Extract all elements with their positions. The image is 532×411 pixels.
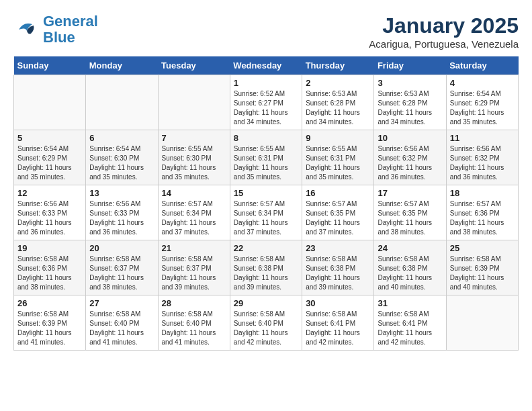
calendar-cell: 7Sunrise: 6:55 AMSunset: 6:30 PMDaylight… xyxy=(158,130,230,185)
day-number: 24 xyxy=(378,243,442,253)
day-number: 23 xyxy=(306,243,370,253)
day-info: Sunrise: 6:57 AMSunset: 6:34 PMDaylight:… xyxy=(162,199,226,237)
day-number: 17 xyxy=(378,188,442,198)
day-number: 27 xyxy=(89,298,154,308)
calendar-cell: 23Sunrise: 6:58 AMSunset: 6:38 PMDayligh… xyxy=(302,240,374,295)
calendar-cell: 9Sunrise: 6:55 AMSunset: 6:31 PMDaylight… xyxy=(302,130,374,185)
calendar-cell: 12Sunrise: 6:56 AMSunset: 6:33 PMDayligh… xyxy=(14,185,86,240)
day-info: Sunrise: 6:58 AMSunset: 6:41 PMDaylight:… xyxy=(306,310,370,347)
logo-text: General Blue xyxy=(43,13,98,46)
calendar-cell xyxy=(158,75,230,130)
day-number: 26 xyxy=(17,298,82,308)
day-info: Sunrise: 6:53 AMSunset: 6:28 PMDaylight:… xyxy=(306,89,370,127)
calendar-cell: 28Sunrise: 6:58 AMSunset: 6:40 PMDayligh… xyxy=(158,295,230,351)
calendar-cell: 25Sunrise: 6:58 AMSunset: 6:39 PMDayligh… xyxy=(446,240,518,295)
day-info: Sunrise: 6:55 AMSunset: 6:30 PMDaylight:… xyxy=(162,144,226,182)
column-header-tuesday: Tuesday xyxy=(158,56,230,75)
calendar-cell: 31Sunrise: 6:58 AMSunset: 6:41 PMDayligh… xyxy=(374,295,446,351)
day-number: 2 xyxy=(306,78,370,88)
day-info: Sunrise: 6:58 AMSunset: 6:37 PMDaylight:… xyxy=(89,255,154,292)
calendar-cell: 30Sunrise: 6:58 AMSunset: 6:41 PMDayligh… xyxy=(302,295,374,351)
column-header-wednesday: Wednesday xyxy=(230,56,302,75)
day-number: 3 xyxy=(378,78,442,88)
day-number: 16 xyxy=(306,188,370,198)
calendar-cell: 14Sunrise: 6:57 AMSunset: 6:34 PMDayligh… xyxy=(158,185,230,240)
calendar-cell: 27Sunrise: 6:58 AMSunset: 6:40 PMDayligh… xyxy=(86,295,158,351)
calendar-cell: 13Sunrise: 6:56 AMSunset: 6:33 PMDayligh… xyxy=(86,185,158,240)
day-info: Sunrise: 6:58 AMSunset: 6:41 PMDaylight:… xyxy=(378,310,442,347)
page-header: General Blue January 2025 Acarigua, Port… xyxy=(13,13,519,50)
day-info: Sunrise: 6:54 AMSunset: 6:29 PMDaylight:… xyxy=(450,89,515,127)
day-info: Sunrise: 6:58 AMSunset: 6:40 PMDaylight:… xyxy=(89,310,154,347)
logo-general: General xyxy=(43,13,98,30)
day-number: 1 xyxy=(234,78,298,88)
calendar-table: SundayMondayTuesdayWednesdayThursdayFrid… xyxy=(13,56,519,351)
day-number: 28 xyxy=(162,298,226,308)
day-number: 21 xyxy=(162,243,226,253)
day-number: 25 xyxy=(450,243,515,253)
day-number: 8 xyxy=(234,133,298,143)
calendar-cell: 5Sunrise: 6:54 AMSunset: 6:29 PMDaylight… xyxy=(14,130,86,185)
day-number: 14 xyxy=(162,188,226,198)
calendar-week-row: 19Sunrise: 6:58 AMSunset: 6:36 PMDayligh… xyxy=(14,240,519,295)
column-header-saturday: Saturday xyxy=(446,56,518,75)
calendar-cell: 17Sunrise: 6:57 AMSunset: 6:35 PMDayligh… xyxy=(374,185,446,240)
calendar-week-row: 5Sunrise: 6:54 AMSunset: 6:29 PMDaylight… xyxy=(14,130,519,185)
calendar-cell: 3Sunrise: 6:53 AMSunset: 6:28 PMDaylight… xyxy=(374,75,446,130)
column-header-sunday: Sunday xyxy=(14,56,86,75)
day-number: 29 xyxy=(234,298,298,308)
day-info: Sunrise: 6:58 AMSunset: 6:40 PMDaylight:… xyxy=(162,310,226,347)
day-info: Sunrise: 6:58 AMSunset: 6:38 PMDaylight:… xyxy=(234,255,298,292)
column-header-friday: Friday xyxy=(374,56,446,75)
column-header-monday: Monday xyxy=(86,56,158,75)
day-number: 18 xyxy=(450,188,515,198)
month-title: January 2025 xyxy=(369,13,519,38)
day-info: Sunrise: 6:57 AMSunset: 6:34 PMDaylight:… xyxy=(234,199,298,237)
calendar-cell: 16Sunrise: 6:57 AMSunset: 6:35 PMDayligh… xyxy=(302,185,374,240)
calendar-cell xyxy=(14,75,86,130)
logo: General Blue xyxy=(13,13,98,46)
calendar-cell xyxy=(86,75,158,130)
day-info: Sunrise: 6:58 AMSunset: 6:39 PMDaylight:… xyxy=(17,310,82,347)
calendar-cell: 1Sunrise: 6:52 AMSunset: 6:27 PMDaylight… xyxy=(230,75,302,130)
calendar-cell xyxy=(446,295,518,351)
calendar-cell: 29Sunrise: 6:58 AMSunset: 6:40 PMDayligh… xyxy=(230,295,302,351)
day-info: Sunrise: 6:56 AMSunset: 6:33 PMDaylight:… xyxy=(17,199,82,237)
day-info: Sunrise: 6:54 AMSunset: 6:29 PMDaylight:… xyxy=(17,144,82,182)
calendar-cell: 20Sunrise: 6:58 AMSunset: 6:37 PMDayligh… xyxy=(86,240,158,295)
calendar-cell: 2Sunrise: 6:53 AMSunset: 6:28 PMDaylight… xyxy=(302,75,374,130)
calendar-header-row: SundayMondayTuesdayWednesdayThursdayFrid… xyxy=(14,56,519,75)
day-info: Sunrise: 6:58 AMSunset: 6:40 PMDaylight:… xyxy=(234,310,298,347)
day-number: 9 xyxy=(306,133,370,143)
logo-icon xyxy=(13,16,40,43)
location: Acarigua, Portuguesa, Venezuela xyxy=(369,38,519,50)
day-number: 13 xyxy=(89,188,154,198)
day-info: Sunrise: 6:58 AMSunset: 6:37 PMDaylight:… xyxy=(162,255,226,292)
day-info: Sunrise: 6:54 AMSunset: 6:30 PMDaylight:… xyxy=(89,144,154,182)
day-number: 7 xyxy=(162,133,226,143)
day-number: 15 xyxy=(234,188,298,198)
calendar-cell: 18Sunrise: 6:57 AMSunset: 6:36 PMDayligh… xyxy=(446,185,518,240)
day-info: Sunrise: 6:58 AMSunset: 6:38 PMDaylight:… xyxy=(378,255,442,292)
day-number: 6 xyxy=(89,133,154,143)
calendar-cell: 4Sunrise: 6:54 AMSunset: 6:29 PMDaylight… xyxy=(446,75,518,130)
calendar-cell: 15Sunrise: 6:57 AMSunset: 6:34 PMDayligh… xyxy=(230,185,302,240)
day-info: Sunrise: 6:52 AMSunset: 6:27 PMDaylight:… xyxy=(234,89,298,127)
calendar-week-row: 26Sunrise: 6:58 AMSunset: 6:39 PMDayligh… xyxy=(14,295,519,351)
calendar-week-row: 1Sunrise: 6:52 AMSunset: 6:27 PMDaylight… xyxy=(14,75,519,130)
day-info: Sunrise: 6:55 AMSunset: 6:31 PMDaylight:… xyxy=(234,144,298,182)
day-number: 30 xyxy=(306,298,370,308)
day-number: 31 xyxy=(378,298,442,308)
logo-blue: Blue xyxy=(43,29,75,46)
calendar-cell: 8Sunrise: 6:55 AMSunset: 6:31 PMDaylight… xyxy=(230,130,302,185)
calendar-cell: 11Sunrise: 6:56 AMSunset: 6:32 PMDayligh… xyxy=(446,130,518,185)
calendar-cell: 6Sunrise: 6:54 AMSunset: 6:30 PMDaylight… xyxy=(86,130,158,185)
day-info: Sunrise: 6:57 AMSunset: 6:35 PMDaylight:… xyxy=(306,199,370,237)
calendar-cell: 22Sunrise: 6:58 AMSunset: 6:38 PMDayligh… xyxy=(230,240,302,295)
column-header-thursday: Thursday xyxy=(302,56,374,75)
calendar-cell: 21Sunrise: 6:58 AMSunset: 6:37 PMDayligh… xyxy=(158,240,230,295)
day-info: Sunrise: 6:58 AMSunset: 6:39 PMDaylight:… xyxy=(450,255,515,292)
calendar-cell: 10Sunrise: 6:56 AMSunset: 6:32 PMDayligh… xyxy=(374,130,446,185)
day-number: 19 xyxy=(17,243,82,253)
day-number: 22 xyxy=(234,243,298,253)
